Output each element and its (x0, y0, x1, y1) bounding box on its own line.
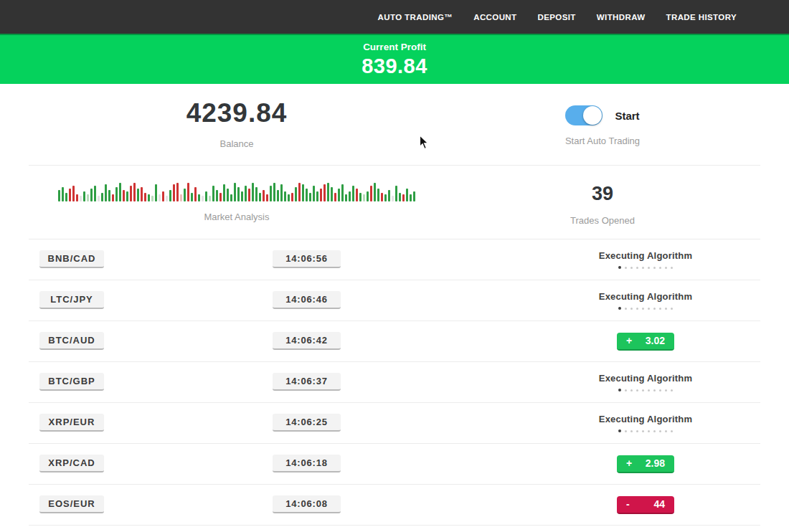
trade-pair-chip: LTC/JPY (39, 291, 104, 309)
market-bar (119, 183, 121, 201)
progress-dot (618, 389, 621, 391)
executing-algorithm-label: Executing Algorithm (599, 250, 692, 261)
trade-status-cell: +2.98 (559, 444, 732, 484)
market-bar (230, 194, 232, 201)
trade-status-cell: +3.02 (559, 321, 732, 361)
market-bar (331, 187, 333, 201)
trade-status-cell: Executing Algorithm (559, 280, 732, 320)
progress-dot (659, 308, 661, 310)
progress-dot (665, 389, 667, 391)
market-bar (277, 190, 279, 201)
market-bar (377, 189, 379, 201)
market-bar (298, 183, 301, 201)
market-bar (65, 193, 67, 201)
market-bar (137, 189, 139, 201)
progress-dot (648, 267, 650, 269)
progress-dot (630, 308, 633, 310)
market-bar (166, 196, 168, 201)
market-bar (76, 194, 78, 201)
nav-item-withdraw[interactable]: WITHDRAW (597, 13, 646, 22)
market-bar (341, 184, 344, 201)
executing-algorithm-label: Executing Algorithm (599, 291, 692, 302)
market-bar (144, 193, 146, 201)
market-bar (72, 186, 75, 201)
market-bar (367, 191, 369, 201)
market-bar (209, 196, 211, 201)
toggle-knob-icon (583, 106, 602, 125)
market-bar (288, 194, 290, 201)
market-bar (384, 194, 387, 201)
market-bar (155, 184, 157, 201)
market-bar (255, 187, 258, 201)
progress-dot (653, 308, 656, 310)
trade-result-badge: +2.98 (617, 455, 674, 473)
market-bar (216, 190, 218, 201)
market-bar (83, 191, 85, 201)
trades-opened-value: 39 (592, 183, 613, 205)
market-bar (266, 194, 268, 201)
trade-status-cell: Executing Algorithm (559, 403, 732, 443)
toggle-label: Start (615, 110, 639, 122)
market-bar (173, 184, 175, 201)
progress-dot (671, 430, 673, 432)
market-bar (184, 189, 186, 201)
result-sign: - (626, 498, 630, 510)
progress-dot (642, 308, 644, 310)
nav-item-trade-history[interactable]: TRADE HISTORY (666, 13, 737, 22)
market-bar (123, 190, 125, 201)
market-bar (62, 187, 64, 201)
market-section: Market Analysis 39 Trades Opened (29, 166, 760, 239)
market-bar (212, 186, 214, 201)
market-bar (413, 191, 415, 201)
trade-pair-chip: BNB/CAD (39, 250, 104, 268)
market-bar (392, 196, 394, 201)
market-bar (245, 186, 247, 201)
nav-item-account[interactable]: ACCOUNT (473, 13, 516, 22)
trade-time-chip: 14:06:25 (273, 414, 341, 432)
market-bar (309, 193, 311, 201)
nav-item-deposit[interactable]: DEPOSIT (538, 13, 576, 22)
progress-dot (659, 430, 661, 432)
trade-row: XRP/CAD14:06:18+2.98 (29, 444, 760, 485)
progress-dot (648, 308, 650, 310)
balance-section: 4239.84 Balance Start Start Auto Trading (29, 84, 760, 166)
trade-time-chip: 14:06:18 (273, 455, 341, 472)
market-bar (241, 191, 243, 201)
progress-dot (636, 267, 638, 269)
nav-item-auto-trading[interactable]: AUTO TRADING™ (378, 13, 453, 22)
auto-trading-toggle[interactable] (565, 105, 603, 125)
progress-dot (618, 266, 621, 269)
progress-dot (630, 267, 633, 269)
market-bar (334, 193, 336, 201)
market-bar (374, 183, 376, 201)
market-bar (284, 191, 286, 201)
progress-dot (648, 430, 650, 432)
market-bar (126, 191, 128, 201)
trade-time-chip: 14:06:46 (273, 291, 341, 309)
market-bar (363, 194, 365, 201)
executing-algorithm-label: Executing Algorithm (599, 414, 692, 424)
market-bar (58, 190, 60, 201)
market-bar (191, 193, 193, 201)
market-bar (395, 186, 397, 201)
market-bar (202, 196, 204, 201)
market-bar (327, 183, 329, 201)
market-bar (187, 183, 189, 201)
market-bar (410, 194, 412, 201)
market-bar (108, 190, 110, 201)
trade-row: BTC/AUD14:06:42+3.02 (29, 321, 760, 362)
market-bar (223, 184, 225, 201)
progress-dot (653, 389, 656, 391)
progress-dot (625, 308, 627, 310)
progress-dot (625, 430, 627, 432)
market-bar (381, 193, 383, 201)
progress-dot (671, 267, 673, 269)
market-bar (345, 194, 347, 201)
market-bar (98, 196, 100, 201)
market-bar (356, 189, 358, 201)
market-bar (219, 193, 222, 201)
progress-dots (618, 389, 673, 391)
market-bar (148, 194, 150, 201)
progress-dot (625, 389, 627, 391)
market-bar (273, 183, 275, 201)
